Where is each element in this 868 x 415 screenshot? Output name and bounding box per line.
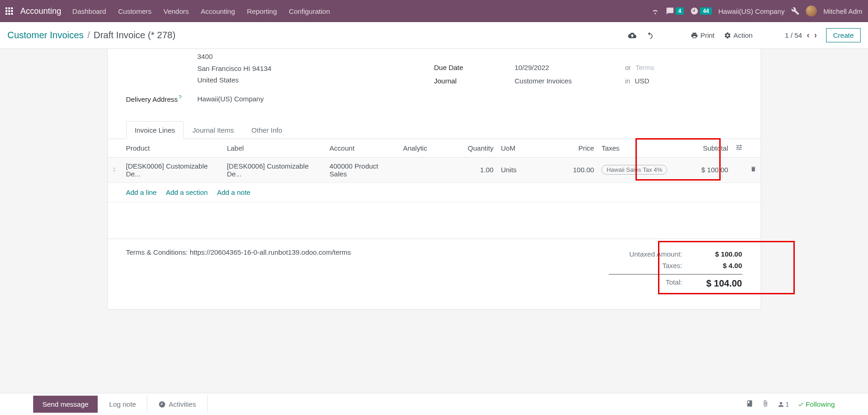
total-value: $ 104.00 bbox=[696, 278, 742, 289]
due-date-label: Due Date bbox=[434, 64, 515, 71]
footer-section: Terms & Conditions: https://20604365-16-… bbox=[108, 239, 761, 309]
messages-icon[interactable]: 4 bbox=[666, 7, 684, 15]
cloud-save-icon[interactable] bbox=[628, 31, 636, 40]
terms-placeholder[interactable]: Terms bbox=[635, 64, 654, 71]
apps-icon[interactable] bbox=[6, 7, 13, 15]
wifi-icon[interactable] bbox=[651, 7, 659, 15]
cell-analytic[interactable] bbox=[399, 157, 464, 182]
address-line-3: United States bbox=[198, 74, 434, 86]
company-switcher[interactable]: Hawaii(US) Company bbox=[718, 7, 785, 15]
cell-quantity[interactable]: 1.00 bbox=[464, 157, 497, 182]
total-label: Total: bbox=[609, 278, 696, 289]
messages-badge: 4 bbox=[676, 7, 684, 15]
tax-tag[interactable]: Hawaii Sales Tax 4% bbox=[601, 165, 667, 175]
options-icon[interactable] bbox=[735, 145, 743, 152]
invoice-lines-table: Product Label Account Analytic Quantity … bbox=[108, 139, 761, 183]
cell-subtotal: $ 100.00 bbox=[680, 157, 732, 182]
print-button[interactable]: Print bbox=[691, 31, 715, 39]
nav-reporting[interactable]: Reporting bbox=[247, 7, 277, 15]
nav-configuration[interactable]: Configuration bbox=[289, 7, 330, 15]
cell-product[interactable]: [DESK0006] Customizable De... bbox=[121, 157, 223, 182]
tab-journal-items[interactable]: Journal Items bbox=[184, 121, 243, 139]
nav-customers[interactable]: Customers bbox=[118, 7, 151, 15]
top-navbar: Accounting Dashboard Customers Vendors A… bbox=[0, 0, 868, 22]
delivery-address-value[interactable]: Hawaii(US) Company bbox=[198, 95, 264, 103]
pager-text[interactable]: 1 / 54 bbox=[785, 31, 802, 39]
th-uom[interactable]: UoM bbox=[497, 139, 533, 158]
pager-next-icon[interactable]: › bbox=[814, 30, 817, 40]
totals: Untaxed Amount: $ 100.00 Taxes: $ 4.00 T… bbox=[609, 248, 742, 291]
add-row: Add a line Add a section Add a note bbox=[108, 183, 761, 202]
nav-menu: Dashboard Customers Vendors Accounting R… bbox=[72, 7, 330, 15]
activities-badge: 44 bbox=[700, 7, 711, 15]
th-label[interactable]: Label bbox=[223, 139, 326, 158]
cell-uom[interactable]: Units bbox=[497, 157, 533, 182]
th-subtotal[interactable]: Subtotal bbox=[680, 139, 732, 158]
pager: 1 / 54 ‹ › bbox=[785, 30, 817, 40]
create-button[interactable]: Create bbox=[826, 28, 861, 42]
add-note-link[interactable]: Add a note bbox=[217, 188, 250, 196]
action-button[interactable]: Action bbox=[724, 31, 753, 39]
untaxed-label: Untaxed Amount: bbox=[609, 250, 696, 258]
add-line-link[interactable]: Add a line bbox=[126, 188, 157, 196]
main-area: 3400 San Francisco HI 94134 United State… bbox=[0, 49, 868, 337]
print-label: Print bbox=[700, 31, 715, 39]
breadcrumb-separator: / bbox=[87, 30, 90, 41]
terms-text[interactable]: Terms & Conditions: https://20604365-16-… bbox=[126, 248, 609, 291]
nav-accounting[interactable]: Accounting bbox=[201, 7, 235, 15]
delete-row-icon[interactable] bbox=[746, 157, 760, 182]
info-section: 3400 San Francisco HI 94134 United State… bbox=[108, 49, 761, 116]
activities-icon[interactable]: 44 bbox=[690, 7, 711, 15]
cell-price[interactable]: 100.00 bbox=[533, 157, 598, 182]
in-text: in bbox=[625, 77, 630, 85]
tab-invoice-lines[interactable]: Invoice Lines bbox=[126, 121, 184, 139]
untaxed-value: $ 100.00 bbox=[696, 250, 742, 258]
taxes-label: Taxes: bbox=[609, 262, 696, 269]
tab-other-info[interactable]: Other Info bbox=[243, 121, 291, 139]
journal-label: Journal bbox=[434, 77, 515, 85]
currency-value[interactable]: USD bbox=[635, 77, 649, 85]
table-row[interactable]: [DESK0006] Customizable De... [DESK0006]… bbox=[108, 157, 761, 182]
discard-icon[interactable] bbox=[646, 31, 654, 40]
th-analytic[interactable]: Analytic bbox=[399, 139, 464, 158]
cell-taxes[interactable]: Hawaii Sales Tax 4% bbox=[598, 157, 680, 182]
address-line-2: San Francisco HI 94134 bbox=[198, 63, 434, 75]
th-taxes[interactable]: Taxes bbox=[598, 139, 680, 158]
help-icon[interactable]: ? bbox=[179, 94, 181, 100]
th-quantity[interactable]: Quantity bbox=[464, 139, 497, 158]
breadcrumb-current: Draft Invoice (* 278) bbox=[93, 30, 175, 41]
due-date-value[interactable]: 10/29/2022 bbox=[515, 64, 621, 71]
app-brand[interactable]: Accounting bbox=[20, 6, 61, 16]
address-line-1: 3400 bbox=[198, 51, 434, 63]
avatar[interactable] bbox=[806, 6, 817, 17]
th-product[interactable]: Product bbox=[121, 139, 223, 158]
tabs: Invoice Lines Journal Items Other Info bbox=[108, 121, 761, 139]
nav-vendors[interactable]: Vendors bbox=[163, 7, 189, 15]
cell-label[interactable]: [DESK0006] Customizable De... bbox=[223, 157, 326, 182]
or-text: or bbox=[625, 64, 631, 71]
pager-prev-icon[interactable]: ‹ bbox=[807, 30, 810, 40]
taxes-value: $ 4.00 bbox=[696, 262, 742, 269]
drag-handle-icon[interactable] bbox=[108, 157, 121, 182]
journal-value[interactable]: Customer Invoices bbox=[515, 77, 621, 85]
add-section-link[interactable]: Add a section bbox=[166, 188, 208, 196]
form-sheet: 3400 San Francisco HI 94134 United State… bbox=[107, 49, 761, 310]
debug-icon[interactable] bbox=[791, 7, 799, 15]
th-account[interactable]: Account bbox=[326, 139, 400, 158]
cell-account[interactable]: 400000 Product Sales bbox=[326, 157, 400, 182]
breadcrumb-parent[interactable]: Customer Invoices bbox=[7, 30, 84, 41]
nav-dashboard[interactable]: Dashboard bbox=[72, 7, 106, 15]
breadcrumb: Customer Invoices / Draft Invoice (* 278… bbox=[7, 30, 175, 41]
th-price[interactable]: Price bbox=[533, 139, 598, 158]
delivery-address-label: Delivery Address? bbox=[126, 94, 198, 103]
username[interactable]: Mitchell Adm bbox=[823, 7, 862, 15]
control-panel: Customer Invoices / Draft Invoice (* 278… bbox=[0, 22, 868, 49]
action-label: Action bbox=[734, 31, 753, 39]
